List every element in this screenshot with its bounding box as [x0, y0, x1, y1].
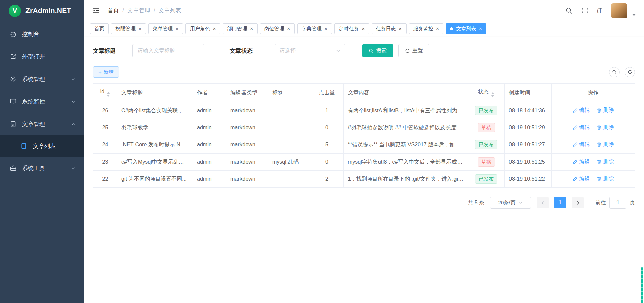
table-row: 23c#写入Mysql中文显示乱码 ...adminmarkdownmysql,… — [93, 154, 635, 171]
status-badge: 草稿 — [478, 157, 495, 167]
delete-button[interactable]: 删除 — [597, 175, 614, 182]
next-page-button[interactable] — [572, 197, 584, 208]
tab-item[interactable]: 权限管理× — [111, 23, 146, 34]
external-link-icon — [9, 53, 17, 60]
cell-author: admin — [193, 136, 226, 154]
close-icon[interactable]: × — [138, 26, 142, 32]
breadcrumb-home[interactable]: 首页 — [108, 7, 119, 14]
tab-item[interactable]: 服务监控× — [409, 23, 444, 34]
pagination: 共 5 条 20条/页 1 前往 页 — [93, 197, 635, 209]
search-button[interactable]: 搜索 — [362, 44, 393, 57]
cell-id: 24 — [93, 136, 117, 154]
caret-down-icon[interactable] — [632, 14, 636, 16]
topbar-actions: tT — [565, 3, 636, 18]
sidebar-item-label: 文章管理 — [22, 120, 45, 128]
search-icon[interactable] — [565, 7, 573, 14]
toolbox-icon — [9, 165, 17, 172]
font-size-icon[interactable]: tT — [597, 7, 602, 14]
cell-clicks: 5 — [310, 136, 344, 154]
tab-item[interactable]: 定时任务× — [334, 23, 369, 34]
filter-form: 文章标题 文章状态 请选择 搜索 重置 — [93, 44, 635, 57]
app-logo[interactable]: V ZrAdmin.NET — [0, 0, 84, 21]
edit-button[interactable]: 编辑 — [573, 175, 590, 182]
close-icon[interactable]: × — [436, 26, 439, 32]
reset-button[interactable]: 重置 — [398, 44, 429, 57]
sidebar-collapse-button[interactable] — [92, 7, 100, 14]
chevron-down-icon — [71, 77, 76, 82]
cell-status: 已发布 — [468, 136, 505, 154]
prev-page-button[interactable] — [537, 197, 549, 208]
column-header: 创建时间 — [505, 84, 552, 102]
cell-id: 25 — [93, 119, 117, 136]
close-icon[interactable]: × — [250, 26, 253, 32]
close-icon[interactable]: × — [324, 26, 328, 32]
sidebar-item-article-list[interactable]: 文章列表 — [0, 135, 84, 157]
cell-title: c#写入Mysql中文显示乱码 ... — [117, 154, 193, 171]
edit-button[interactable]: 编辑 — [573, 124, 590, 131]
delete-button[interactable]: 删除 — [597, 158, 614, 165]
close-icon[interactable]: × — [399, 26, 402, 32]
sidebar-item-system-monitor[interactable]: 系统监控 — [0, 90, 84, 113]
article-title-input[interactable] — [138, 48, 199, 54]
tab-item[interactable]: 部门管理× — [223, 23, 258, 34]
dashboard-icon — [9, 31, 17, 38]
tab-item[interactable]: 用户角色× — [185, 23, 220, 34]
sidebar-item-dashboard[interactable]: 控制台 — [0, 23, 84, 45]
delete-button[interactable]: 删除 — [597, 141, 614, 148]
table-row: 26C#两个list集合实现关联，...adminmarkdown1有两个lis… — [93, 102, 635, 119]
plus-icon: + — [98, 69, 102, 75]
sidebar-item-system-tools[interactable]: 系统工具 — [0, 157, 84, 179]
cell-content: #羽毛球拍参数说明 ## 中管软硬选择以及长度介... — [344, 119, 468, 136]
page-size-select[interactable]: 20条/页 — [490, 197, 531, 209]
tab-item[interactable]: 任务日志× — [372, 23, 407, 34]
scrollbar-thumb[interactable] — [641, 267, 643, 303]
column-header-label: 编辑器类型 — [230, 90, 257, 95]
close-icon[interactable]: × — [213, 26, 216, 32]
cell-created: 08-19 10:51:27 — [505, 136, 552, 154]
sort-icon[interactable] — [107, 92, 110, 97]
cell-editor: markdown — [226, 102, 268, 119]
breadcrumb-article-management[interactable]: 文章管理 — [127, 7, 150, 14]
close-icon[interactable]: × — [479, 26, 482, 32]
cell-tags — [268, 136, 310, 154]
goto-page-input[interactable] — [609, 197, 626, 209]
user-avatar[interactable] — [611, 3, 627, 18]
delete-button[interactable]: 删除 — [597, 107, 614, 114]
add-button[interactable]: + 新增 — [93, 66, 119, 78]
tab-item[interactable]: 文章列表× — [446, 23, 486, 34]
monitor-icon — [9, 98, 17, 105]
column-header[interactable]: 状态 — [468, 84, 505, 102]
edit-button[interactable]: 编辑 — [573, 107, 590, 114]
sidebar-item-system-management[interactable]: 系统管理 — [0, 68, 84, 90]
tab-item[interactable]: 菜单管理× — [148, 23, 183, 34]
chevron-down-icon — [71, 166, 76, 171]
page-size-label: 20条/页 — [498, 200, 516, 206]
column-header[interactable]: id — [93, 84, 117, 102]
cell-clicks: 0 — [310, 154, 344, 171]
sort-icon[interactable] — [491, 92, 494, 97]
edit-button[interactable]: 编辑 — [573, 158, 590, 165]
tab-item[interactable]: 首页 — [90, 23, 109, 34]
tab-label: 字典管理 — [302, 26, 322, 32]
sidebar-item-label: 文章列表 — [33, 142, 56, 150]
edit-icon — [573, 142, 578, 147]
cell-editor: markdown — [226, 171, 268, 188]
close-icon[interactable]: × — [175, 26, 179, 32]
page-number-current[interactable]: 1 — [554, 197, 566, 208]
sidebar-item-article-management[interactable]: 文章管理 — [0, 113, 84, 135]
delete-button[interactable]: 删除 — [597, 124, 614, 131]
show-search-toggle-button[interactable] — [609, 67, 620, 77]
tab-item[interactable]: 字典管理× — [297, 23, 332, 34]
refresh-table-button[interactable] — [625, 67, 635, 77]
refresh-icon — [628, 70, 632, 74]
tab-label: 定时任务 — [339, 26, 359, 32]
column-header: 标签 — [268, 84, 310, 102]
tab-item[interactable]: 岗位管理× — [260, 23, 295, 34]
edit-button[interactable]: 编辑 — [573, 141, 590, 148]
fullscreen-icon[interactable] — [581, 7, 588, 14]
close-icon[interactable]: × — [362, 26, 365, 32]
close-icon[interactable]: × — [287, 26, 290, 32]
table-toolbar: + 新增 — [93, 66, 635, 78]
sidebar-item-external-open[interactable]: 外部打开 — [0, 45, 84, 68]
article-status-select[interactable]: 请选择 — [275, 44, 345, 57]
